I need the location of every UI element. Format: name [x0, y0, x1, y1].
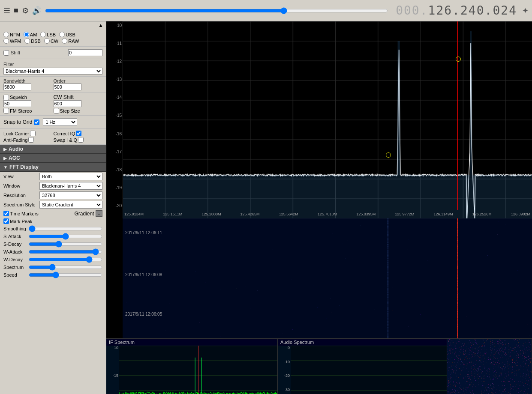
- spectrum-style-label: Spectrum Style: [3, 202, 38, 207]
- raw-radio[interactable]: [62, 38, 67, 44]
- demod-row-1: NFM AM LSB USB: [3, 32, 102, 37]
- filter-select[interactable]: Blackman-Harris 4 Hamming Hann Rectangul…: [3, 68, 102, 75]
- if-y-labels: -10 -15 -20: [106, 346, 119, 394]
- usb-label[interactable]: USB: [59, 32, 75, 37]
- menu-icon[interactable]: ☰: [3, 6, 10, 15]
- s-decay-slider[interactable]: [29, 241, 102, 247]
- time-markers-checkbox[interactable]: [3, 211, 9, 216]
- step-size-checkbox[interactable]: [54, 108, 59, 113]
- swap-iq-label: Swap I & Q: [54, 137, 78, 143]
- correct-iq-label: Correct IQ: [54, 131, 75, 136]
- spectrum-area[interactable]: -10 -11 -12 -13 -14 -15 -16 -17 -18 -19 …: [106, 21, 532, 218]
- bottom-panels: IF Spectrum -10 -15 -20 Audio Spectrum 0…: [106, 338, 532, 394]
- resolution-select[interactable]: 327681638481924096: [39, 191, 102, 199]
- fft-view-row: View BothSpectrumWaterfall: [0, 172, 106, 181]
- demod-row-2: WFM DSB CW RAW: [3, 38, 102, 44]
- spectrum-row: Spectrum: [0, 263, 106, 271]
- volume-icon[interactable]: 🔊: [32, 6, 42, 15]
- fft-section-header[interactable]: ▼ FFT Display: [0, 163, 106, 172]
- mark-peak-checkbox[interactable]: [3, 218, 9, 224]
- lsb-radio[interactable]: [40, 32, 46, 37]
- raw-label[interactable]: RAW: [62, 38, 79, 44]
- gradient-button[interactable]: ..: [96, 210, 102, 217]
- frequency-display: 000.126.240.024: [396, 3, 517, 18]
- waterfall-canvas: [123, 218, 532, 338]
- spectrum-grid: [123, 21, 532, 210]
- audio-section-header[interactable]: ▶ Audio: [0, 145, 106, 154]
- audio-spectrum-panel: Audio Spectrum 0 -10 -20 -30 -40: [278, 339, 447, 394]
- gradient-label: Gradient: [74, 211, 94, 217]
- wfm-radio[interactable]: [3, 38, 9, 44]
- audio-arrow-icon: ▶: [3, 147, 7, 152]
- smoothing-row: Smoothing: [0, 225, 106, 233]
- wf-cursor-line: [457, 218, 458, 338]
- smoothing-slider[interactable]: [29, 226, 102, 232]
- am-radio[interactable]: [24, 32, 29, 37]
- s-attack-label: S-Attack: [3, 234, 27, 239]
- correct-iq-checkbox[interactable]: [76, 131, 81, 136]
- pin-button[interactable]: ✦: [522, 6, 529, 15]
- nfm-radio[interactable]: [3, 32, 9, 37]
- scroll-up-icon[interactable]: ▲: [98, 22, 103, 28]
- shift-input[interactable]: [68, 49, 102, 56]
- squelch-input[interactable]: [3, 100, 31, 107]
- speed-row: Speed: [0, 271, 106, 279]
- anti-fading-checkbox[interactable]: [28, 137, 34, 143]
- spectrum-slider[interactable]: [29, 264, 102, 270]
- swap-iq-checkbox[interactable]: [78, 137, 84, 143]
- cw-shift-input[interactable]: [54, 100, 81, 107]
- cw-shift-label: CW Shift: [54, 94, 103, 100]
- spectrum-style-row: Spectrum Style Static GradientSolidGradi…: [0, 200, 106, 209]
- waterfall-area[interactable]: 2017/9/11 12:06:11 2017/9/11 12:06:08 20…: [106, 218, 532, 338]
- bandwidth-input[interactable]: [3, 84, 31, 90]
- s-attack-slider[interactable]: [29, 233, 102, 239]
- stop-icon[interactable]: ■: [14, 6, 18, 15]
- fft-label: FFT Display: [9, 164, 39, 170]
- snap-checkbox[interactable]: [34, 119, 39, 125]
- dsb-radio[interactable]: [24, 38, 30, 44]
- nfm-label[interactable]: NFM: [3, 32, 20, 37]
- shift-section: Shift: [0, 47, 106, 59]
- resolution-label: Resolution: [3, 193, 38, 198]
- settings-icon[interactable]: ⚙: [22, 6, 29, 15]
- w-attack-label: W-Attack: [3, 249, 27, 254]
- usb-radio[interactable]: [59, 32, 65, 37]
- dsb-label[interactable]: DSB: [24, 38, 41, 44]
- time-markers-label: Time Markers: [10, 211, 39, 216]
- agc-arrow-icon: ▶: [3, 156, 7, 161]
- w-decay-row: W-Decay: [0, 256, 106, 263]
- cw-label[interactable]: CW: [44, 38, 58, 44]
- speed-slider[interactable]: [29, 272, 102, 278]
- wfm-label[interactable]: WFM: [3, 38, 21, 44]
- agc-section-header[interactable]: ▶ AGC: [0, 154, 106, 163]
- snap-section: Snap to Grid 1 Hz10 Hz100 Hz: [0, 116, 106, 129]
- wf-timestamp-3: 2017/9/11 12:06:05: [125, 312, 162, 316]
- fft-window-row: Window Blackman-Harris 4HammingHann: [0, 181, 106, 191]
- spectrum-style-select[interactable]: Static GradientSolidGradient: [39, 201, 102, 209]
- lock-carrier-checkbox[interactable]: [30, 131, 36, 136]
- fft-arrow-icon: ▼: [3, 165, 8, 170]
- volume-slider[interactable]: [45, 8, 388, 14]
- cursor-line: [457, 21, 458, 210]
- main-area: -10 -11 -12 -13 -14 -15 -16 -17 -18 -19 …: [106, 21, 532, 394]
- w-decay-slider[interactable]: [29, 257, 102, 263]
- speed-label: Speed: [3, 272, 27, 278]
- fm-stereo-checkbox[interactable]: [3, 108, 9, 113]
- squelch-checkbox[interactable]: [3, 95, 9, 100]
- view-select[interactable]: BothSpectrumWaterfall: [39, 173, 102, 180]
- if-canvas: [119, 346, 277, 394]
- bandwidth-section: Bandwidth Order: [0, 77, 106, 93]
- lsb-label[interactable]: LSB: [40, 32, 56, 37]
- am-label[interactable]: AM: [24, 32, 37, 37]
- window-select[interactable]: Blackman-Harris 4HammingHann: [39, 182, 102, 190]
- shift-checkbox[interactable]: [3, 50, 9, 56]
- snap-select[interactable]: 1 Hz10 Hz100 Hz: [43, 118, 77, 126]
- w-attack-slider[interactable]: [29, 249, 102, 255]
- s-decay-row: S-Decay: [0, 240, 106, 248]
- order-input[interactable]: [54, 84, 81, 90]
- cw-radio[interactable]: [44, 38, 50, 44]
- wf-timestamp-1: 2017/9/11 12:06:11: [125, 230, 162, 235]
- filter-section: Filter Blackman-Harris 4 Hamming Hann Re…: [0, 59, 106, 77]
- freq-main: 126.240.024: [428, 3, 517, 18]
- step-size-label: Step Size: [60, 108, 80, 113]
